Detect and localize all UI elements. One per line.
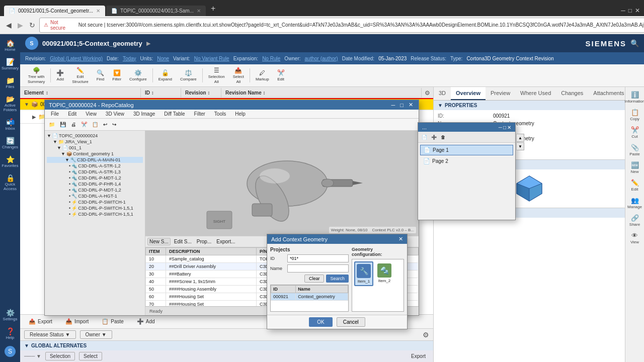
configure-btn[interactable]: ⚙️ Configure [126, 68, 150, 83]
tab-add-btn[interactable]: + [207, 2, 219, 15]
col-header-revision[interactable]: Revision ↕ [181, 88, 221, 98]
manage-sidebar-btn[interactable]: 👥 Manage [625, 195, 644, 211]
sidebar-item-home[interactable]: 🏠 Home [0, 36, 20, 55]
share-sidebar-btn[interactable]: 🔗 Share [625, 212, 644, 229]
float-tb-btn-6[interactable]: ↩ [101, 121, 109, 128]
dialog-search-btn[interactable]: Search [326, 275, 349, 283]
filter-btn[interactable]: 🔽 Filter [109, 68, 125, 83]
edit-btn[interactable]: ✂️ Edit [274, 68, 288, 83]
paste-sidebar-btn[interactable]: 📎 Paste [625, 142, 644, 158]
tree-summary-btn[interactable]: 🌳 Tree with Summary [24, 65, 48, 85]
sidebar-item-summary[interactable]: 📝 Summary [0, 55, 20, 73]
close-btn[interactable]: ✕ [635, 7, 640, 14]
import-btn[interactable]: 📥 Import [61, 317, 93, 326]
bom-btn-1[interactable]: New S... [147, 238, 171, 245]
minimize-btn[interactable]: ─ [621, 7, 625, 14]
tree-node-13[interactable]: •⚡C3D-DRL-P-SWITCH-1,5,1 [47, 211, 143, 217]
menu-3dview[interactable]: 3D View [104, 111, 126, 117]
expand-icon-0[interactable]: ▼ [24, 102, 29, 107]
menu-filter[interactable]: Filter [192, 111, 207, 117]
tree-node-7[interactable]: •🔩C3D-DRL-P-MDT-1,2 [47, 175, 143, 181]
menu-file[interactable]: File [49, 111, 61, 117]
variant-value[interactable]: No Variant Rule [194, 56, 229, 61]
tab-3d[interactable]: 3D [434, 87, 451, 100]
browser-tab-inactive[interactable]: 📄 TOPIC_000000024/001;3-Sam... ✕ [106, 6, 206, 16]
float-close-btn[interactable]: ✕ [407, 102, 415, 108]
float-minimize-btn[interactable]: ─ [390, 102, 397, 108]
float-tb-btn-5[interactable]: 📋 [90, 121, 100, 128]
selection-alt-btn[interactable]: Selection [45, 352, 75, 360]
sidebar-item-active-folders[interactable]: 📂 Active Folders [0, 92, 20, 115]
menu-view[interactable]: View [84, 111, 99, 117]
dialog-ok-btn[interactable]: OK [309, 317, 332, 327]
rfw-max-btn[interactable]: □ [503, 125, 506, 130]
dialog-name-input[interactable] [287, 264, 349, 273]
properties-header[interactable]: ▼ PROPERTIES [434, 101, 625, 110]
edit-sidebar-btn[interactable]: ✏️ Edit [625, 177, 644, 194]
export-alt-btn[interactable]: Export [408, 352, 429, 360]
add-btn[interactable]: ➕ Add [53, 68, 67, 83]
sidebar-item-favorites[interactable]: ⭐ Favorites [0, 152, 20, 171]
tree-node-4[interactable]: ▼🔧C3D-DRL-A-MAIN-01 [47, 157, 143, 163]
tree-node-root[interactable]: ▼ 📄 TOPIC_000000024 [47, 133, 143, 139]
menu-edit[interactable]: Edit [66, 111, 78, 117]
copy-sidebar-btn[interactable]: 📋 Copy [625, 107, 644, 123]
global-alternates-header[interactable]: ▼ GLOBAL ALTERNATES [20, 341, 433, 350]
bom-btn-4[interactable]: Export... [215, 238, 236, 245]
info-sidebar-btn[interactable]: ℹ️ Information [625, 89, 644, 106]
dialog-clear-btn[interactable]: Clear [304, 275, 325, 283]
dialog-id-input[interactable] [287, 254, 349, 262]
compare-btn[interactable]: ⚖️ Compare [177, 68, 200, 83]
settings-col-icon[interactable]: ⚙ [422, 88, 433, 98]
settings-row-btn[interactable]: ⚙ [423, 331, 429, 339]
release-status-btn[interactable]: Release Status ▼ [24, 330, 76, 339]
tab-close-icon[interactable]: ✕ [96, 8, 100, 14]
right-float-titlebar[interactable]: ... ─ □ ✕ [418, 123, 515, 132]
forward-btn[interactable]: ▶ [16, 20, 25, 30]
float-tb-btn-2[interactable]: 💾 [58, 121, 68, 128]
float-tb-btn-7[interactable]: ↪ [110, 121, 118, 128]
maximize-btn[interactable]: □ [628, 7, 632, 14]
add-context-dialog[interactable]: Add Context Geometry ✕ Projects ID Name [267, 234, 408, 329]
date-value[interactable]: Today [123, 56, 136, 61]
col-header-id[interactable]: ID ↕ [141, 88, 181, 98]
dialog-result-row-0[interactable]: 000921 Context_geometry [271, 293, 348, 301]
refresh-btn[interactable]: ↻ [27, 20, 37, 30]
search-icon[interactable]: 🔍 [630, 39, 639, 47]
tree-node-1[interactable]: ▼ 📁 JIRA_View_1 [47, 139, 143, 145]
tab-preview[interactable]: Preview [486, 87, 515, 100]
add-bottom-btn[interactable]: ➕ Add [132, 317, 159, 326]
paste-btn[interactable]: 📋 Paste [97, 317, 128, 326]
tab-where-used[interactable]: Where Used [515, 87, 556, 100]
expand-icon-1[interactable]: ▶ [32, 114, 36, 120]
rfw-tb-1[interactable]: 📄 [420, 133, 429, 141]
edit-structure-btn[interactable]: ✏️ Edit Structure [68, 65, 92, 85]
float-titlebar[interactable]: TOPIC_000000024 - RepoCatalog ─ □ ✕ [45, 100, 419, 110]
rfw-tb-3[interactable]: 🗑 [439, 133, 447, 141]
menu-tools[interactable]: Tools [212, 111, 228, 117]
tree-node-8[interactable]: •🔩C3D-DRL-P-FHR-1,4 [47, 181, 143, 187]
bom-btn-2[interactable]: Edit S... [173, 238, 193, 245]
sidebar-item-help[interactable]: ❓ Help [0, 324, 20, 343]
right-float-window[interactable]: ... ─ □ ✕ 📄 ➕ 🗑 📄 Page 1 📄 Pa [418, 122, 516, 220]
new-sidebar-btn[interactable]: 🆕 New [625, 159, 644, 176]
float-maximize-btn[interactable]: □ [398, 102, 405, 108]
float-tb-btn-3[interactable]: 🖨 [69, 121, 78, 128]
menu-help[interactable]: Help [233, 111, 248, 117]
select-all-btn[interactable]: 📤 Select All [229, 65, 248, 85]
rfw-min-btn[interactable]: ─ [499, 125, 502, 130]
rfs-btn-2[interactable]: ▼ [516, 142, 524, 150]
float-tb-btn-4[interactable]: ✂️ [79, 121, 89, 128]
address-bar[interactable]: Not secure | tcserver:3000/#/com.siemens… [78, 22, 644, 28]
tree-node-5[interactable]: •🔩C3D-DRL-A-STR-1,2 [47, 163, 143, 169]
geo-item-2[interactable]: 🔩 Item_2 [375, 261, 393, 286]
tree-node-6[interactable]: •🔩C3D-DRL-A-STR-1,3 [47, 169, 143, 175]
units-value[interactable]: None [157, 56, 169, 61]
tab-attachments[interactable]: Attachments [588, 87, 625, 100]
revision-value[interactable]: Global (Latest Working) [50, 56, 103, 61]
markup-btn[interactable]: 🖊 Markup [252, 68, 273, 83]
menu-diff[interactable]: Diff Table [162, 111, 187, 117]
tree-node-11[interactable]: •⚡C3D-DRL-P-SWITCH-1 [47, 199, 143, 205]
sidebar-item-settings[interactable]: ⚙️ Settings [0, 306, 20, 324]
rfs-btn-1[interactable]: ▲ [516, 134, 524, 142]
